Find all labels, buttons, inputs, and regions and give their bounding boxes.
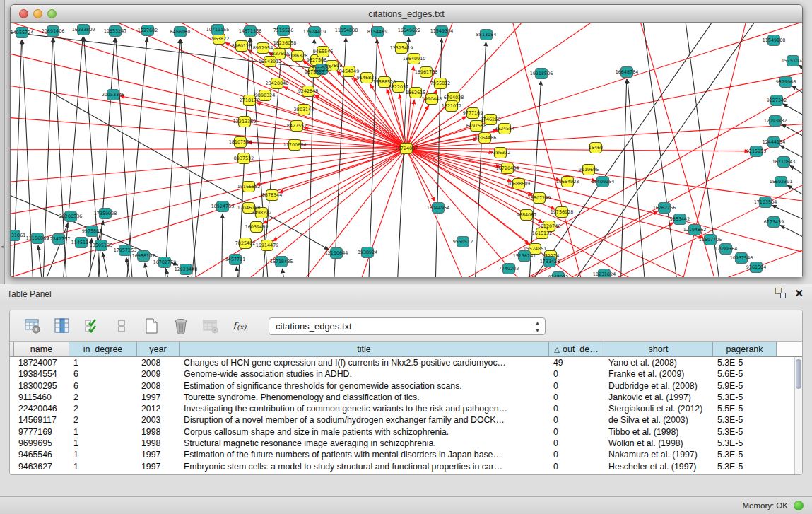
table-cell[interactable]: 9115460 xyxy=(14,392,69,403)
table-cell[interactable]: 6 xyxy=(69,368,137,380)
table-cell[interactable]: 2 xyxy=(69,392,137,403)
table-cell[interactable]: 0 xyxy=(549,438,604,449)
graph-edge[interactable] xyxy=(163,39,180,277)
graph-edge[interactable] xyxy=(473,42,486,277)
table-settings-icon[interactable] xyxy=(23,316,42,336)
graph-edge[interactable] xyxy=(620,79,627,277)
table-row[interactable]: 911546021997Tourette syndrome. Phenomeno… xyxy=(10,392,794,403)
table-cell[interactable]: 0 xyxy=(549,368,604,380)
table-cell[interactable]: Franke et al. (2009) xyxy=(604,368,713,380)
table-cell[interactable]: 2 xyxy=(69,403,137,414)
graph-edge[interactable] xyxy=(11,148,406,150)
table-cell[interactable]: Investigating the contribution of common… xyxy=(180,403,549,414)
graph-edge[interactable] xyxy=(12,40,22,277)
table-cell[interactable]: 5.3E-5 xyxy=(713,449,777,460)
scrollbar-thumb[interactable] xyxy=(796,359,801,389)
table-cell[interactable]: Tourette syndrome. Phenomenology and cla… xyxy=(180,392,549,403)
close-panel-icon[interactable]: ✕ xyxy=(794,288,804,298)
table-cell[interactable]: 49 xyxy=(549,357,604,368)
insert-column-icon[interactable] xyxy=(52,316,72,336)
graph-edge[interactable] xyxy=(263,148,406,223)
table-cell[interactable]: 9465546 xyxy=(14,449,69,460)
new-table-icon[interactable] xyxy=(141,316,161,336)
table-cell[interactable]: 1 xyxy=(69,438,137,449)
table-cell[interactable]: 0 xyxy=(549,461,604,472)
table-cell[interactable]: 2008 xyxy=(137,357,180,368)
table-cell[interactable]: 19384554 xyxy=(14,368,69,380)
graph-edge[interactable] xyxy=(53,23,406,148)
table-cell[interactable]: 9463627 xyxy=(14,461,69,472)
graph-edge[interactable] xyxy=(188,276,200,277)
delete-rows-icon[interactable] xyxy=(171,316,191,336)
table-cell[interactable]: 9777169 xyxy=(14,426,69,438)
citation-network-graph[interactable]: 1872400779638228960128891295418226058982… xyxy=(11,23,802,277)
table-cell[interactable]: 5.3E-5 xyxy=(713,392,777,403)
graph-edge[interactable] xyxy=(396,37,409,277)
table-row[interactable]: 1456911722003Disruption of a novel membe… xyxy=(10,414,794,426)
table-cell[interactable]: 5.3E-5 xyxy=(713,426,777,438)
column-header-title[interactable]: title xyxy=(180,342,549,356)
column-header-pagerank[interactable]: pagerank xyxy=(713,342,777,356)
table-cell[interactable]: 1 xyxy=(69,461,137,472)
table-cell[interactable]: 5.3E-5 xyxy=(713,414,777,426)
graph-edge[interactable] xyxy=(181,39,199,277)
table-row[interactable]: 1872400712008Changes of HCN gene express… xyxy=(10,357,794,368)
graph-edge[interactable] xyxy=(279,148,406,277)
table-cell[interactable]: Embryonic stem cells: a model to study s… xyxy=(180,461,549,472)
table-cell[interactable]: Genome-wide association studies in ADHD. xyxy=(180,368,549,380)
table-cell[interactable]: 6 xyxy=(69,380,137,392)
table-row[interactable]: 946362711997Embryonic stem cells: a mode… xyxy=(10,461,794,472)
table-cell[interactable]: 0 xyxy=(549,426,604,438)
table-row[interactable]: 2242004622012Investigating the contribut… xyxy=(10,403,794,414)
table-cell[interactable]: de Silva et al. (2003) xyxy=(604,414,713,426)
table-cell[interactable]: 2008 xyxy=(137,380,180,392)
table-cell[interactable]: 18724007 xyxy=(14,357,69,368)
table-row[interactable]: 946554611997Estimation of the future num… xyxy=(10,449,794,460)
table-cell[interactable]: 9699695 xyxy=(14,438,69,449)
table-cell[interactable]: Tibbo et al. (1998) xyxy=(604,426,713,438)
function-builder-icon[interactable]: f(x) xyxy=(230,316,250,336)
table-cell[interactable]: 2 xyxy=(69,414,137,426)
table-cell[interactable]: Nakamura et al. (1997) xyxy=(604,449,713,460)
table-cell[interactable]: 2012 xyxy=(137,403,180,414)
table-cell[interactable]: 1997 xyxy=(137,392,180,403)
table-cell[interactable]: 0 xyxy=(549,392,604,403)
table-cell[interactable]: 22420046 xyxy=(14,403,69,414)
table-cell[interactable]: 2009 xyxy=(137,368,180,380)
graph-edge[interactable] xyxy=(278,148,406,193)
column-header-out_de[interactable]: △out_de… xyxy=(549,342,604,356)
table-cell[interactable]: 1 xyxy=(69,449,137,460)
column-header-name[interactable]: name xyxy=(14,342,69,356)
select-rows-icon[interactable] xyxy=(82,316,102,336)
table-cell[interactable]: 0 xyxy=(549,403,604,414)
table-cell[interactable]: 14569117 xyxy=(14,414,69,426)
table-cell[interactable]: Yano et al. (2008) xyxy=(604,357,713,368)
table-cell[interactable]: Dudbridge et al. (2008) xyxy=(604,380,713,392)
network-canvas[interactable]: 1872400779638228960128891295418226058982… xyxy=(11,23,802,277)
delete-table-icon[interactable] xyxy=(201,316,220,336)
table-row[interactable]: 1830029562008Estimation of significance … xyxy=(10,380,794,392)
column-header-in_degree[interactable]: in_degree xyxy=(69,342,137,356)
table-cell[interactable]: 1 xyxy=(69,357,137,368)
table-cell[interactable]: 0 xyxy=(549,414,604,426)
table-cell[interactable]: Changes of HCN gene expression and I(f) … xyxy=(180,357,549,368)
table-cell[interactable]: 5.9E-5 xyxy=(713,380,777,392)
table-cell[interactable]: 0 xyxy=(549,449,604,460)
vertical-scrollbar[interactable] xyxy=(794,357,802,474)
table-cell[interactable]: 1997 xyxy=(137,461,180,472)
graph-edge[interactable] xyxy=(187,37,217,277)
table-cell[interactable]: Jankovic et al. (1997) xyxy=(604,392,713,403)
graph-edge[interactable] xyxy=(799,65,802,98)
column-header-short[interactable]: short xyxy=(604,342,713,356)
table-cell[interactable]: 1998 xyxy=(137,438,180,449)
table-cell[interactable]: 5.3E-5 xyxy=(713,461,777,472)
graph-edge[interactable] xyxy=(640,23,682,277)
left-panel-divider[interactable]: ◂ xyxy=(0,0,5,284)
table-cell[interactable]: Structural magnetic resonance image aver… xyxy=(180,438,549,449)
graph-edge[interactable] xyxy=(780,226,802,258)
graph-edge[interactable] xyxy=(787,185,802,219)
table-cell[interactable]: 5.5E-5 xyxy=(713,403,777,414)
table-cell[interactable]: 0 xyxy=(549,380,604,392)
table-cell[interactable]: Hescheler et al. (1997) xyxy=(604,461,713,472)
table-cell[interactable]: Wolkin et al. (1998) xyxy=(604,438,713,449)
